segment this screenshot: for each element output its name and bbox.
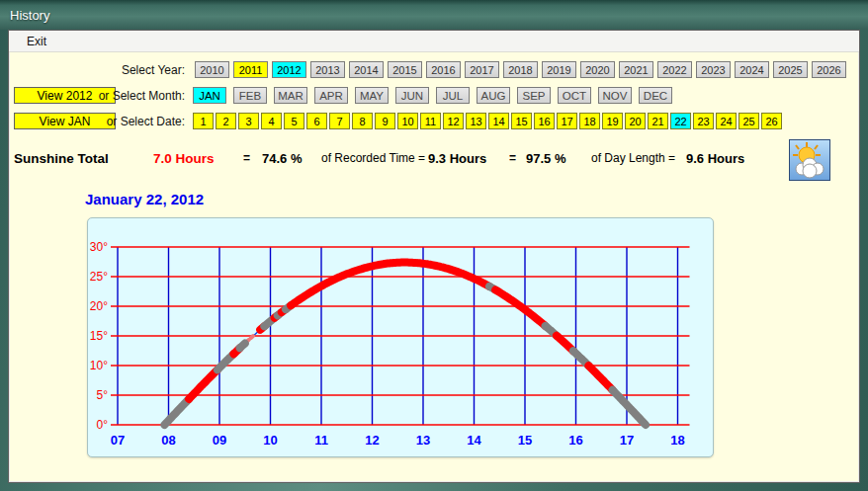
year-button[interactable]: 2016 xyxy=(426,61,461,78)
month-button[interactable]: JUL xyxy=(436,87,470,104)
year-button[interactable]: 2020 xyxy=(580,61,615,78)
svg-text:10°: 10° xyxy=(90,359,108,372)
content-area: Select Year: 201020112012201320142015201… xyxy=(9,52,859,482)
date-button[interactable]: 6 xyxy=(306,113,327,129)
menu-bar: Exit xyxy=(9,31,859,52)
date-button[interactable]: 21 xyxy=(648,113,668,129)
sunshine-hours-value: 7.0 Hours xyxy=(153,151,215,166)
day-length-hours-value: 9.6 Hours xyxy=(686,151,744,166)
month-button[interactable]: MAY xyxy=(355,87,389,104)
date-button[interactable]: 3 xyxy=(238,113,259,129)
year-button[interactable]: 2010 xyxy=(195,61,229,78)
svg-text:20°: 20° xyxy=(90,299,108,313)
date-button[interactable]: 14 xyxy=(488,113,509,129)
select-date-label: or Select Date: xyxy=(9,115,185,128)
svg-text:15: 15 xyxy=(518,433,532,448)
date-button[interactable]: 25 xyxy=(738,113,759,129)
date-button[interactable]: 11 xyxy=(420,113,441,129)
date-button[interactable]: 13 xyxy=(466,113,486,129)
select-year-label: Select Year: xyxy=(9,63,185,77)
title-bar[interactable]: History xyxy=(0,0,868,30)
of-recorded-time-label: of Recorded Time = xyxy=(321,151,425,165)
date-button[interactable]: 19 xyxy=(602,113,623,129)
svg-text:15°: 15° xyxy=(90,329,108,343)
date-button[interactable]: 12 xyxy=(443,113,464,129)
month-button[interactable]: MAR xyxy=(274,87,307,104)
date-button[interactable]: 4 xyxy=(261,113,282,129)
year-button[interactable]: 2019 xyxy=(542,61,576,78)
year-button[interactable]: 2013 xyxy=(310,61,345,78)
date-buttons: 1234567891011121314151617181920212223242… xyxy=(193,113,782,129)
svg-text:14: 14 xyxy=(467,433,481,448)
svg-text:11: 11 xyxy=(314,433,328,448)
svg-text:13: 13 xyxy=(416,433,430,448)
date-button[interactable]: 5 xyxy=(284,113,304,129)
year-button[interactable]: 2012 xyxy=(272,61,306,78)
year-button[interactable]: 2014 xyxy=(349,61,384,78)
svg-text:10: 10 xyxy=(263,433,277,448)
date-selector-row: View JAN or Select Date: 123456789101112… xyxy=(9,113,859,130)
month-button[interactable]: FEB xyxy=(233,87,267,104)
date-button[interactable]: 9 xyxy=(375,113,395,129)
percent-of-recorded-value: 74.6 % xyxy=(262,151,302,166)
svg-text:0°: 0° xyxy=(97,418,109,432)
month-button[interactable]: APR xyxy=(314,87,348,104)
month-button[interactable]: OCT xyxy=(558,87,591,104)
year-button[interactable]: 2026 xyxy=(812,61,846,78)
date-button[interactable]: 23 xyxy=(693,113,714,129)
date-button[interactable]: 2 xyxy=(216,113,236,129)
month-button[interactable]: NOV xyxy=(598,87,632,104)
svg-text:12: 12 xyxy=(365,433,379,448)
month-button[interactable]: AUG xyxy=(477,87,510,104)
sunshine-total-label: Sunshine Total xyxy=(14,151,109,166)
date-button[interactable]: 26 xyxy=(761,113,782,129)
svg-text:07: 07 xyxy=(111,433,125,448)
date-button[interactable]: 17 xyxy=(557,113,577,129)
date-button[interactable]: 20 xyxy=(625,113,646,129)
month-button[interactable]: JUN xyxy=(395,87,429,104)
sunshine-stats-row: Sunshine Total 7.0 Hours = 74.6 % of Rec… xyxy=(9,151,859,175)
date-button[interactable]: 8 xyxy=(352,113,373,129)
equals-sign: = xyxy=(243,151,250,165)
chart-panel: 0°5°10°15°20°25°30°070809101112131415161… xyxy=(87,217,714,457)
month-button[interactable]: SEP xyxy=(517,87,551,104)
year-button[interactable]: 2023 xyxy=(696,61,731,78)
menu-exit[interactable]: Exit xyxy=(19,33,54,50)
select-month-label: or Select Month: xyxy=(9,89,185,103)
year-selector-row: Select Year: 201020112012201320142015201… xyxy=(9,61,859,79)
month-selector-row: View 2012 or Select Month: JANFEBMARAPRM… xyxy=(9,87,859,105)
sun-behind-cloud-icon[interactable] xyxy=(789,139,830,181)
month-buttons: JANFEBMARAPRMAYJUNJULAUGSEPOCTNOVDEC xyxy=(193,87,672,104)
svg-text:18: 18 xyxy=(670,433,684,448)
sun-elevation-chart: 0°5°10°15°20°25°30°070809101112131415161… xyxy=(88,218,713,456)
date-button[interactable]: 1 xyxy=(193,113,214,129)
date-button[interactable]: 24 xyxy=(716,113,737,129)
equals-sign: = xyxy=(509,151,516,165)
year-button[interactable]: 2015 xyxy=(388,61,422,78)
year-button[interactable]: 2022 xyxy=(657,61,692,78)
window-inner: Exit Select Year: 2010201120122013201420… xyxy=(8,30,860,483)
svg-text:08: 08 xyxy=(161,433,175,448)
date-button[interactable]: 10 xyxy=(397,113,418,129)
svg-text:16: 16 xyxy=(568,433,582,448)
date-button[interactable]: 7 xyxy=(329,113,350,129)
svg-text:17: 17 xyxy=(620,433,634,448)
year-button[interactable]: 2024 xyxy=(735,61,769,78)
year-button[interactable]: 2018 xyxy=(503,61,538,78)
date-button[interactable]: 15 xyxy=(511,113,532,129)
year-button[interactable]: 2025 xyxy=(773,61,808,78)
percent-of-day-value: 97.5 % xyxy=(526,151,565,166)
date-button[interactable]: 16 xyxy=(534,113,555,129)
year-button[interactable]: 2021 xyxy=(619,61,653,78)
date-button[interactable]: 18 xyxy=(579,113,600,129)
of-day-length-label: of Day Length = xyxy=(591,151,675,165)
svg-text:09: 09 xyxy=(213,433,226,448)
year-button[interactable]: 2011 xyxy=(233,61,268,78)
month-button[interactable]: JAN xyxy=(193,87,226,104)
svg-text:25°: 25° xyxy=(90,270,108,284)
svg-text:30°: 30° xyxy=(90,240,108,254)
date-button[interactable]: 22 xyxy=(670,113,691,129)
svg-text:5°: 5° xyxy=(97,388,109,402)
year-button[interactable]: 2017 xyxy=(465,61,499,78)
month-button[interactable]: DEC xyxy=(639,87,672,104)
